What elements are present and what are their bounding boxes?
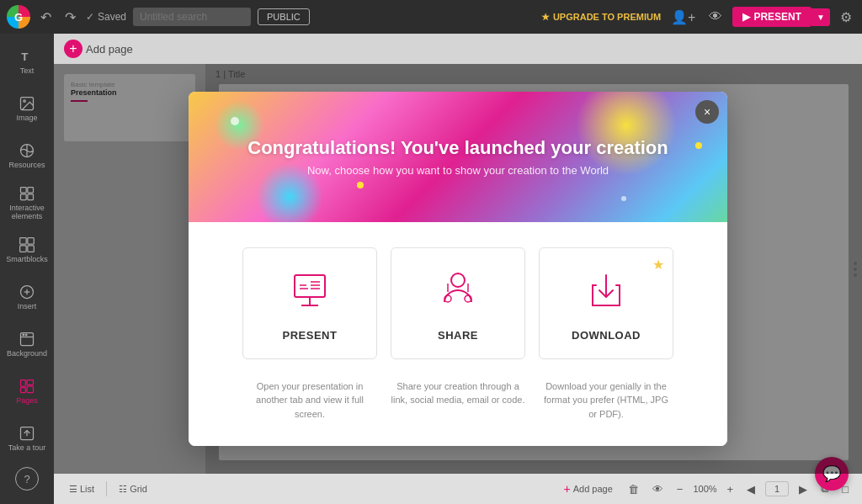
redo-button[interactable]: ↷ [61, 6, 79, 29]
page-number-input[interactable] [765, 481, 789, 496]
undo-button[interactable]: ↶ [37, 6, 55, 29]
topbar: G ↶ ↷ ✓ Saved PUBLIC ★ UPGRADE TO PREMIU… [0, 0, 862, 34]
svg-rect-8 [28, 194, 34, 200]
svg-rect-7 [21, 194, 27, 200]
modal-banner: Congratulations! You've launched your cr… [189, 92, 727, 222]
add-page-bar: + Add page [54, 34, 862, 64]
canvas-area: + Add page Basic template Presentation 1… [54, 34, 862, 504]
zoom-in-button[interactable]: + [724, 481, 737, 497]
add-icon: + [564, 482, 571, 496]
smartblocks-icon [19, 236, 35, 253]
sidebar-item-resources[interactable]: Resources [3, 135, 51, 178]
svg-point-2 [24, 100, 25, 103]
left-sidebar: T Text Image Resources [0, 34, 54, 504]
congratulations-modal: Congratulations! You've launched your cr… [189, 92, 727, 447]
svg-rect-9 [20, 238, 27, 245]
banner-dot-2 [621, 196, 626, 201]
users-icon-button[interactable]: 👤+ [668, 6, 699, 29]
smartblocks-label: Smartblocks [6, 256, 48, 264]
banner-dot-4 [357, 182, 364, 188]
text-label: Text [20, 67, 35, 76]
background-icon [19, 331, 35, 347]
svg-rect-25 [295, 275, 325, 297]
view-divider [106, 481, 107, 496]
zoom-level: 100% [693, 484, 716, 494]
sidebar-item-text[interactable]: T Text [3, 40, 51, 84]
svg-rect-19 [21, 379, 26, 386]
delete-button[interactable]: 🗑 [625, 481, 642, 497]
grid-icon: ☷ [119, 484, 127, 495]
interactive-label: Interactive elements [7, 204, 47, 221]
sidebar-item-tour[interactable]: Take a tour [3, 416, 51, 460]
preview-icon-button[interactable]: 👁 [705, 6, 726, 28]
download-option-label: DOWNLOAD [572, 329, 641, 342]
present-chevron-button[interactable]: ▼ [811, 8, 830, 26]
grid-view-button[interactable]: ☷ Grid [114, 481, 152, 497]
zoom-out-button[interactable]: − [673, 481, 687, 497]
settings-button[interactable]: ⚙ [837, 6, 855, 29]
app-logo[interactable]: G [7, 5, 30, 29]
svg-text:T: T [21, 50, 28, 63]
list-label: List [80, 484, 94, 494]
image-icon [19, 95, 35, 112]
present-description: Open your presentation in another tab an… [242, 379, 377, 422]
download-option-icon [584, 268, 628, 316]
add-page-label: Add page [86, 43, 133, 56]
saved-check-icon: ✓ [86, 11, 94, 23]
svg-rect-21 [27, 379, 34, 385]
main-area: T Text Image Resources [0, 34, 862, 504]
svg-point-17 [23, 334, 24, 336]
svg-rect-6 [28, 188, 34, 194]
present-button[interactable]: ▶ PRESENT [732, 7, 811, 27]
image-label: Image [16, 114, 37, 123]
sidebar-item-background[interactable]: Background [3, 322, 51, 366]
banner-dot-1 [231, 117, 239, 125]
search-input[interactable] [133, 8, 251, 26]
prev-page-button[interactable]: ◀ [743, 481, 758, 497]
plus-icon: + [64, 40, 82, 58]
modal-descriptions: Open your presentation in another tab an… [214, 379, 702, 422]
help-button[interactable]: ? [15, 467, 39, 491]
download-description: Download your genially in the format you… [539, 379, 673, 422]
modal-close-button[interactable]: × [695, 100, 719, 124]
premium-star-icon: ★ [652, 257, 664, 273]
interactive-icon [19, 185, 35, 202]
public-button[interactable]: PUBLIC [258, 8, 310, 25]
star-icon: ★ [541, 12, 550, 23]
modal-option-download[interactable]: ★ DOWNLOAD [539, 247, 673, 359]
share-description: Share your creation through a link, soci… [391, 379, 525, 422]
grid-label: Grid [130, 484, 147, 494]
text-icon: T [19, 48, 35, 65]
svg-rect-22 [27, 386, 34, 393]
present-option-label: PRESENT [283, 329, 338, 342]
add-page-top-button[interactable]: + Add page [64, 40, 133, 58]
list-icon: ☰ [69, 484, 77, 495]
sidebar-item-image[interactable]: Image [3, 88, 51, 131]
modal-option-present[interactable]: PRESENT [242, 247, 377, 359]
modal-option-share[interactable]: SHARE [391, 247, 525, 359]
sidebar-item-smartblocks[interactable]: Smartblocks [3, 229, 51, 273]
upgrade-label: UPGRADE TO PREMIUM [553, 12, 661, 22]
saved-label: Saved [98, 11, 126, 23]
bottom-bar: ☰ List ☷ Grid + Add page 🗑 👁 − 100% + [54, 474, 862, 504]
pages-label: Pages [16, 397, 38, 406]
svg-rect-11 [20, 246, 27, 252]
next-page-button[interactable]: ▶ [795, 481, 811, 497]
tour-icon [19, 425, 35, 442]
present-option-icon [288, 268, 332, 316]
list-view-button[interactable]: ☰ List [64, 481, 99, 497]
svg-rect-20 [21, 387, 26, 392]
sidebar-item-pages[interactable]: Pages [3, 369, 51, 413]
banner-blob-1 [576, 92, 677, 176]
add-page-bottom-button[interactable]: + Add page [559, 480, 618, 498]
svg-rect-5 [21, 188, 27, 194]
pages-icon [19, 378, 35, 395]
sidebar-item-interactive[interactable]: Interactive elements [3, 182, 51, 225]
upgrade-button[interactable]: ★ UPGRADE TO PREMIUM [541, 12, 661, 23]
insert-label: Insert [18, 303, 37, 311]
modal-body: PRESENT [189, 222, 727, 447]
eye-button[interactable]: 👁 [649, 481, 667, 497]
insert-icon [19, 284, 35, 300]
sidebar-item-insert[interactable]: Insert [3, 275, 51, 319]
svg-point-33 [451, 273, 465, 287]
